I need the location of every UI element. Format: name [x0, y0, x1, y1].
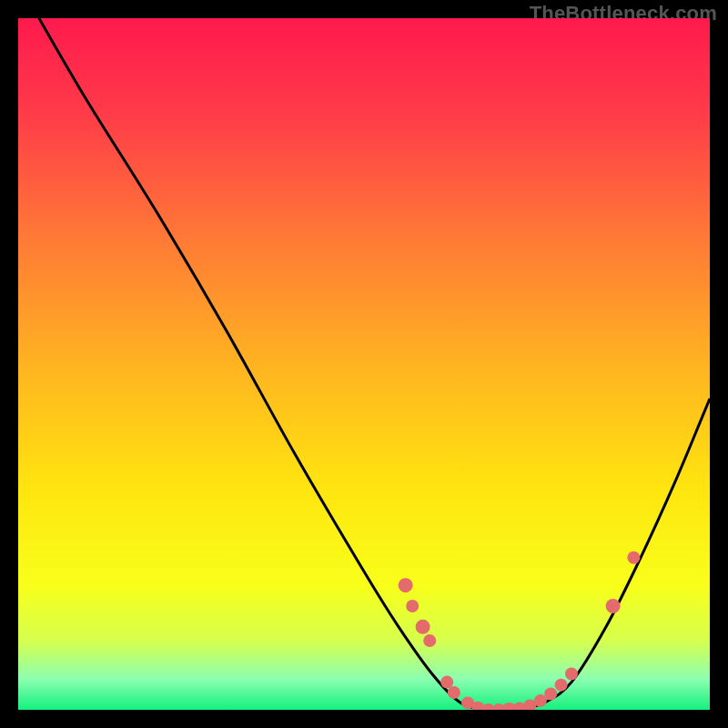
- data-marker: [448, 686, 460, 699]
- data-marker: [406, 600, 419, 612]
- data-marker: [534, 694, 547, 707]
- data-marker: [606, 599, 621, 613]
- chart-frame: [18, 18, 710, 710]
- data-marker: [399, 578, 413, 592]
- data-marker: [565, 667, 578, 680]
- data-marker: [416, 620, 430, 634]
- data-marker: [544, 688, 557, 701]
- bottleneck-curve-chart: [18, 18, 710, 710]
- data-marker: [440, 676, 453, 689]
- data-marker: [627, 551, 640, 564]
- data-marker: [555, 679, 568, 692]
- data-marker: [423, 634, 436, 647]
